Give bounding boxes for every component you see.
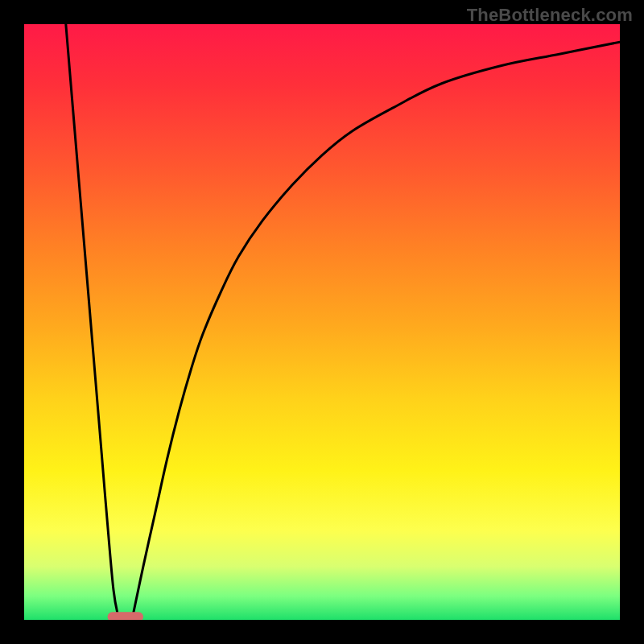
- minimum-marker: [108, 612, 143, 620]
- plot-area: [24, 24, 620, 620]
- curve-left-branch: [66, 24, 118, 617]
- chart-frame: TheBottleneck.com: [0, 0, 644, 644]
- curve-right-branch: [133, 42, 620, 617]
- chart-canvas: [24, 24, 620, 620]
- watermark-text: TheBottleneck.com: [467, 5, 633, 26]
